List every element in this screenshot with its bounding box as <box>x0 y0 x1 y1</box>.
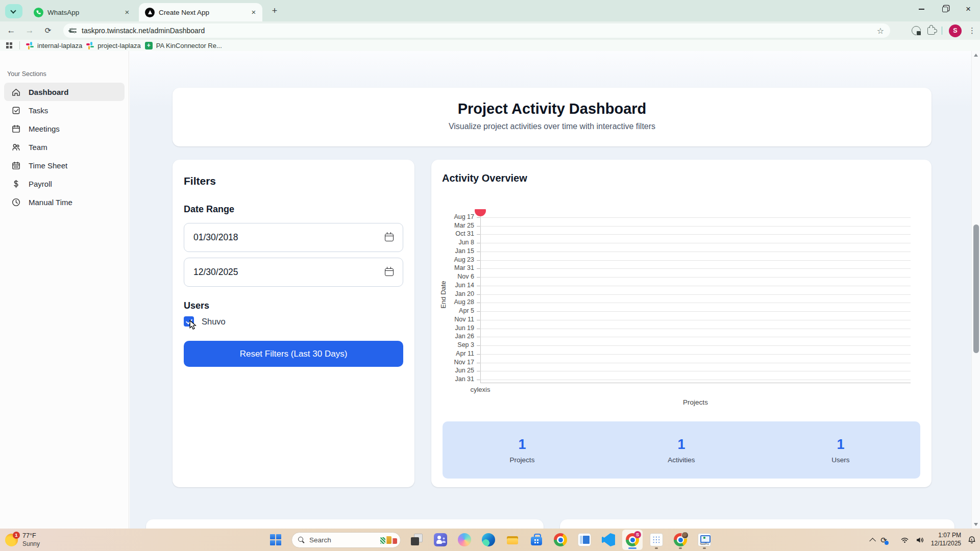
summary-stats-bar: 1Projects1Activities1Users <box>443 421 920 479</box>
browser-menu-icon[interactable]: ⋮ <box>968 26 976 35</box>
toolbar-right: S ⋮ <box>912 23 976 38</box>
chrome-avatar-app-button[interactable] <box>670 530 691 550</box>
chart-y-tick-label: Jan 31 <box>431 375 474 383</box>
bookmark-label: PA KinConnector Re... <box>156 42 222 49</box>
bookmarks-bar: internal-laplazaproject-laplaza+PA KinCo… <box>0 40 980 51</box>
back-button[interactable]: ← <box>4 23 18 38</box>
sidebar-item-meetings[interactable]: Meetings <box>4 119 125 138</box>
bookmark-item[interactable]: +PA KinConnector Re... <box>145 42 222 49</box>
chart-tick-mark <box>477 234 480 235</box>
chart-tick-mark <box>477 217 480 218</box>
profile-badge: S <box>634 531 641 538</box>
extensions-icon[interactable] <box>927 27 935 35</box>
volume-icon[interactable] <box>916 536 924 544</box>
tray-chevron-up-icon[interactable] <box>870 538 876 544</box>
chart-y-tick-label: Nov 11 <box>431 316 474 323</box>
bookmark-star-icon[interactable]: ☆ <box>877 26 884 36</box>
profile-avatar[interactable]: S <box>949 24 962 37</box>
sheet-plus-icon: + <box>145 42 153 49</box>
close-window-button[interactable]: × <box>957 0 980 18</box>
page-subtitle: Visualize project activities over time w… <box>173 122 932 131</box>
sidebar-item-label: Time Sheet <box>29 161 67 170</box>
minimize-button[interactable] <box>910 0 933 18</box>
calendar-grid-icon <box>11 161 21 170</box>
start-date-field[interactable] <box>184 223 403 252</box>
tab-create-next-app[interactable]: Create Next App × <box>139 3 262 21</box>
notification-badge: 1 <box>13 532 20 539</box>
end-date-field[interactable] <box>184 258 403 287</box>
bookmark-item[interactable]: project-laplaza <box>86 42 141 49</box>
chrome-app-button[interactable] <box>550 530 571 550</box>
sidebar-item-payroll[interactable]: Payroll <box>4 174 125 193</box>
weather-widget[interactable]: 1 77°F Sunny <box>5 529 40 551</box>
chart-gridline <box>480 354 911 355</box>
user-checkbox-row[interactable]: Shuvo <box>184 316 403 327</box>
sidebar-item-label: Team <box>29 143 47 152</box>
chart-gridline <box>480 243 911 243</box>
edge-icon <box>482 533 495 546</box>
calendar-picker-icon[interactable] <box>385 234 394 241</box>
stat-value: 1 <box>602 437 761 453</box>
sidebar-item-dashboard[interactable]: Dashboard <box>4 83 125 101</box>
clock-widget[interactable]: 1:07 PM 12/11/2025 <box>931 532 961 547</box>
bookmark-item[interactable]: internal-laplaza <box>26 42 82 49</box>
chart-x-axis-label: Projects <box>480 398 911 406</box>
start-button[interactable] <box>265 530 286 550</box>
remote-grid-app-button[interactable] <box>646 530 667 550</box>
apps-grid-icon[interactable] <box>6 42 12 48</box>
microsoft-store-app-button[interactable] <box>526 530 547 550</box>
notifications-bell-icon[interactable]: z <box>968 536 976 544</box>
copilot-icon <box>458 533 471 546</box>
photos-icon <box>578 533 591 546</box>
data-point-cylexis[interactable] <box>475 209 486 216</box>
sidebar-item-tasks[interactable]: Tasks <box>4 101 125 119</box>
snip-layers-app-button[interactable] <box>406 530 427 550</box>
wifi-icon[interactable] <box>900 536 909 543</box>
close-icon[interactable]: × <box>249 8 258 17</box>
search-input[interactable] <box>309 536 365 544</box>
scroll-up-icon[interactable] <box>974 54 978 57</box>
plot-clip-region <box>475 209 505 235</box>
calendar-picker-icon[interactable] <box>385 268 394 276</box>
photos-app-button[interactable] <box>574 530 595 550</box>
reset-filters-button[interactable]: Reset Filters (Last 30 Days) <box>184 341 403 367</box>
clock-icon <box>11 197 21 207</box>
slack-icon <box>26 42 34 49</box>
chart-x-tick-label: cylexis <box>455 386 506 393</box>
sidebar-item-manual-time[interactable]: Manual Time <box>4 193 125 211</box>
user-checkbox-label[interactable]: Shuvo <box>202 317 226 327</box>
page-scrollbar[interactable] <box>971 51 980 529</box>
taskbar-search[interactable] <box>291 532 401 548</box>
edge-app-button[interactable] <box>478 530 499 550</box>
new-tab-button[interactable]: + <box>268 5 281 17</box>
forward-button[interactable]: → <box>22 23 37 38</box>
vscode-app-button[interactable] <box>598 530 619 550</box>
weather-condition: Sunny <box>22 540 40 547</box>
scroll-down-icon[interactable] <box>974 523 978 526</box>
password-manager-icon[interactable] <box>912 26 921 35</box>
teams-app-button[interactable] <box>430 530 451 550</box>
chart-tick-mark <box>477 303 480 303</box>
scrollbar-thumb[interactable] <box>973 224 979 353</box>
screen: { "browser": { "glyphs": { "back": "←", … <box>0 0 980 551</box>
start-date-input[interactable] <box>193 232 347 243</box>
tab-search-button[interactable] <box>5 4 22 18</box>
copilot-app-button[interactable] <box>454 530 475 550</box>
file-explorer-app-button[interactable] <box>502 530 523 550</box>
tab-whatsapp[interactable]: WhatsApp × <box>28 3 136 21</box>
chart-gridline <box>480 234 911 235</box>
reload-button[interactable]: ⟳ <box>41 23 55 38</box>
close-icon[interactable]: × <box>122 8 132 17</box>
end-date-input[interactable] <box>193 267 347 278</box>
chrome-profile-app-button[interactable]: S <box>622 530 643 550</box>
sidebar-item-time-sheet[interactable]: Time Sheet <box>4 156 125 174</box>
taskpro-app-button[interactable]: TaskPro <box>694 530 715 550</box>
chrome-icon <box>554 533 567 546</box>
site-settings-icon[interactable] <box>69 28 77 34</box>
restore-button[interactable] <box>933 0 957 18</box>
chart-y-tick-label: Aug 17 <box>431 213 474 220</box>
url-text[interactable]: taskpro.twinstack.net/adminDashboard <box>82 27 205 35</box>
filters-card: Filters Date Range Users Shuvo Reset Fil… <box>173 160 414 487</box>
sidebar-item-team[interactable]: Team <box>4 138 125 156</box>
address-bar[interactable]: taskpro.twinstack.net/adminDashboard ☆ <box>63 23 890 38</box>
